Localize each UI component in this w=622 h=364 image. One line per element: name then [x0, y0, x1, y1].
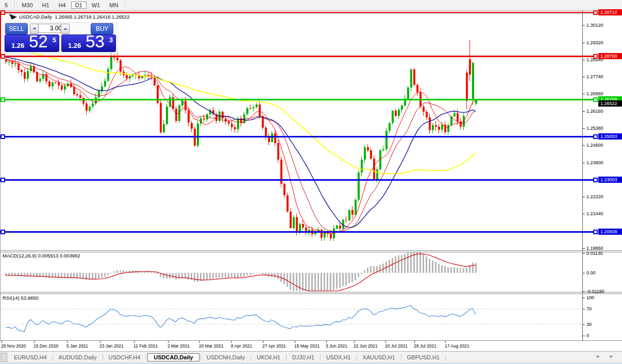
- level-marker-right[interactable]: [593, 97, 598, 102]
- buy-price-pip: 3: [109, 36, 113, 44]
- macd-tick: [582, 253, 585, 254]
- tab-usdcad-daily[interactable]: USDCAD,Daily: [147, 353, 199, 361]
- sell-price-box[interactable]: 1.26 52 5: [5, 34, 59, 52]
- date-label: 3 Jun 2021: [326, 343, 347, 349]
- level-marker-left[interactable]: [1, 230, 5, 234]
- buy-price-main: 53: [86, 32, 105, 51]
- price-tick-label: 1.19860: [586, 246, 603, 251]
- tab-scroll-arrows: ◄ ►: [595, 354, 618, 359]
- tab-usdchf-h4[interactable]: USDCHF,H4: [104, 353, 145, 361]
- price-level-line[interactable]: [0, 99, 598, 100]
- buy-price-box[interactable]: 1.26 53 3: [61, 34, 116, 52]
- rsi-tick-label: 100: [586, 295, 594, 300]
- date-label: 26 Nov 2020: [1, 343, 26, 349]
- price-tick-label: 1.23800: [586, 160, 603, 165]
- level-marker-right[interactable]: [593, 54, 598, 59]
- tab-usdx-h1[interactable]: USDX,H1: [322, 353, 356, 361]
- rsi-pane[interactable]: [0, 293, 582, 340]
- date-label: 15 Dec 2020: [33, 343, 58, 349]
- date-label: 29 Jul 2021: [414, 343, 436, 349]
- tab-xauusd-h1[interactable]: XAUUSD,H1: [358, 353, 400, 361]
- tab-separator: [200, 354, 201, 361]
- price-tick-label: 1.29320: [586, 40, 603, 45]
- date-tick: [354, 341, 355, 343]
- level-marker-left[interactable]: [1, 178, 5, 182]
- price-tick-label: 1.26160: [586, 109, 603, 114]
- date-label: 8 Apr 2021: [231, 343, 252, 349]
- date-label: 23 Jan 2021: [99, 343, 124, 349]
- timeframe-button-M30[interactable]: M30: [18, 2, 37, 9]
- date-label: 15 May 2021: [294, 343, 320, 349]
- macd-pane[interactable]: [0, 251, 582, 292]
- date-label: 17 Aug 2021: [445, 343, 469, 349]
- date-tick: [385, 341, 386, 343]
- price-level-tag: 1.25003: [598, 133, 622, 140]
- macd-tick: [582, 291, 585, 292]
- trading-platform-window: 5M30H1H4D1W1MN 1.307121.287001.267001.25…: [0, 0, 622, 364]
- date-tick: [263, 341, 263, 343]
- main-macd-splitter[interactable]: [0, 250, 622, 251]
- price-tick: [582, 163, 585, 163]
- level-marker-left[interactable]: [1, 134, 5, 139]
- timeframe-button-MN[interactable]: MN: [105, 2, 122, 9]
- level-marker-right[interactable]: [593, 230, 598, 234]
- price-tick: [582, 248, 585, 249]
- tab-scroll-left-icon[interactable]: ◄: [595, 354, 604, 359]
- level-marker-right[interactable]: [593, 178, 598, 182]
- sell-price-prefix: 1.26: [11, 42, 24, 49]
- date-label: 11 Feb 2021: [133, 343, 158, 349]
- price-level-line[interactable]: [0, 12, 598, 13]
- rsi-tick-label: 30: [586, 322, 592, 327]
- price-level-tag: 1.30712: [598, 9, 622, 15]
- tab-separator: [320, 354, 321, 361]
- triangle-up-icon: [64, 28, 67, 30]
- price-tick: [582, 94, 585, 94]
- level-marker-right[interactable]: [593, 10, 598, 15]
- price-level-tag: 1.23003: [598, 177, 622, 183]
- sell-button[interactable]: SELL: [5, 23, 28, 34]
- date-tick: [34, 341, 35, 343]
- date-tick: [134, 341, 135, 343]
- toolbar-separator: [14, 2, 15, 9]
- price-level-line[interactable]: [0, 136, 598, 137]
- rsi-tick: [582, 309, 585, 309]
- price-level-line[interactable]: [0, 56, 598, 57]
- timeframe-button-5[interactable]: 5: [1, 2, 12, 9]
- date-tick: [231, 341, 232, 343]
- level-marker-left[interactable]: [1, 54, 5, 59]
- timeframe-button-H4[interactable]: H4: [55, 2, 70, 9]
- level-marker-left[interactable]: [1, 10, 5, 15]
- chart-title: USDCAD,Daily 1.26665 1.26718 1.26416 1.2…: [19, 14, 129, 20]
- tab-audusd-daily[interactable]: AUDUSD,Daily: [54, 353, 102, 361]
- price-tick-label: 1.25380: [586, 126, 603, 131]
- rsi-tick: [582, 336, 585, 336]
- rsi-bottom-border: [0, 340, 622, 341]
- tab-separator: [445, 354, 446, 361]
- macd-rsi-splitter[interactable]: [0, 292, 622, 292]
- chart-symbol-label: USDCAD,Daily: [19, 14, 52, 20]
- tab-scroll-right-icon[interactable]: ►: [609, 354, 618, 359]
- price-level-line[interactable]: [0, 179, 598, 181]
- price-tick-label: 1.26960: [586, 91, 603, 96]
- tab-separator: [146, 354, 146, 361]
- price-tick-label: 1.22220: [586, 194, 603, 199]
- price-level-line[interactable]: [0, 231, 598, 233]
- level-marker-left[interactable]: [1, 97, 5, 102]
- rsi-indicator-label: RSI(14) 53.9850: [3, 295, 39, 301]
- volume-increase-button[interactable]: [61, 24, 70, 34]
- tab-usdcnh-daily[interactable]: USDCNH,Daily: [202, 353, 250, 361]
- tab-separator: [401, 354, 401, 361]
- timeframe-button-W1[interactable]: W1: [88, 2, 105, 9]
- tab-ukoil-h1[interactable]: UKOil,H1: [252, 353, 285, 361]
- tab-separator: [103, 354, 103, 361]
- timeframe-button-H1[interactable]: H1: [38, 2, 54, 9]
- price-tick-label: 1.27740: [586, 74, 603, 79]
- tab-bar-stub: [1, 353, 7, 362]
- macd-indicator-label: MACD(12,26,9) 0.005913 0.003982: [3, 253, 80, 258]
- timeframe-button-D1[interactable]: D1: [71, 2, 87, 9]
- tab-eurusd-h4[interactable]: EURUSD,H4: [9, 353, 52, 361]
- tab-dj30-h1[interactable]: DJ30,H1: [288, 353, 319, 361]
- price-tick-label: 1.24600: [586, 143, 603, 148]
- tab-gbpusd-h1[interactable]: GBPUSD,H1: [402, 353, 445, 361]
- level-marker-right[interactable]: [593, 134, 598, 139]
